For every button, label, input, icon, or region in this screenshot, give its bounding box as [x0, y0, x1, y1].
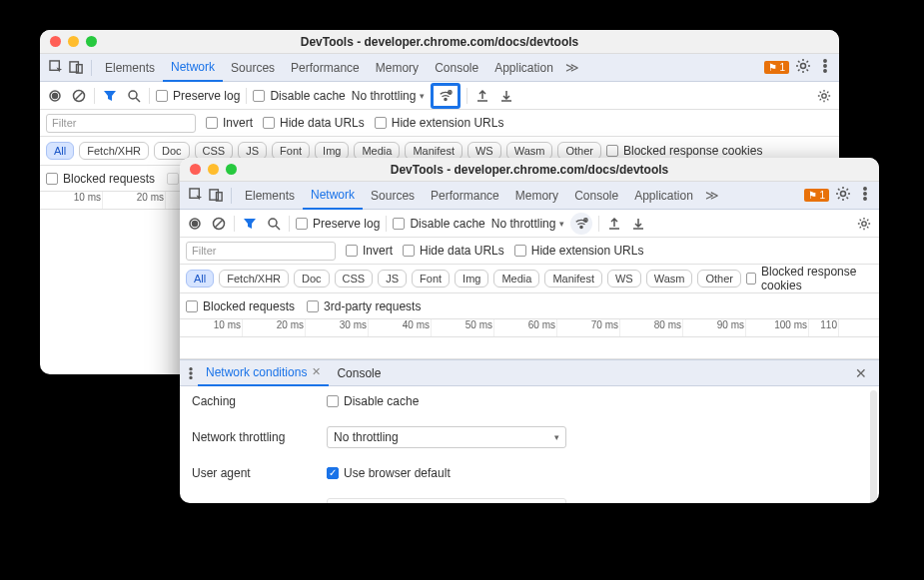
- download-icon[interactable]: [629, 215, 647, 233]
- tab-console[interactable]: Console: [566, 182, 626, 210]
- tab-sources[interactable]: Sources: [223, 54, 283, 82]
- tab-network[interactable]: Network: [303, 182, 363, 210]
- use-browser-default-option[interactable]: Use browser default: [327, 466, 451, 480]
- timeline-tick: 20 ms: [243, 319, 306, 336]
- network-conditions-panel: Caching Disable cache Network throttling…: [180, 386, 879, 503]
- network-conditions-icon[interactable]: [431, 83, 461, 109]
- preserve-log-option[interactable]: Preserve log: [296, 217, 380, 231]
- inspect-icon[interactable]: [46, 60, 66, 75]
- network-toolbar: Preserve log Disable cache No throttling…: [180, 210, 879, 238]
- hide-data-urls-option[interactable]: Hide data URLs: [263, 116, 365, 130]
- tabs-overflow[interactable]: ≫: [561, 60, 583, 75]
- clear-icon[interactable]: [70, 87, 88, 105]
- invert-option[interactable]: Invert: [346, 244, 393, 258]
- disable-cache-option[interactable]: Disable cache: [393, 217, 484, 231]
- chip-css[interactable]: CSS: [335, 270, 374, 288]
- drawer-close-icon[interactable]: ✕: [847, 365, 875, 381]
- chip-fetch-xhr[interactable]: Fetch/XHR: [219, 270, 289, 288]
- chip-ws[interactable]: WS: [607, 270, 641, 288]
- filter-input[interactable]: Filter: [186, 242, 336, 261]
- tab-application[interactable]: Application: [486, 54, 561, 82]
- chip-other[interactable]: Other: [697, 270, 741, 288]
- tab-memory[interactable]: Memory: [507, 182, 566, 210]
- chip-doc[interactable]: Doc: [154, 142, 190, 160]
- svg-point-10: [129, 91, 137, 99]
- blocked-requests-option[interactable]: Blocked requests: [46, 172, 155, 186]
- close-icon[interactable]: ✕: [312, 365, 321, 378]
- panel-tabs: Elements Network Sources Performance Mem…: [40, 54, 839, 82]
- network-conditions-icon[interactable]: [570, 213, 592, 235]
- throttling-select[interactable]: No throttling▾: [352, 89, 426, 103]
- gear-icon[interactable]: [855, 215, 873, 233]
- tab-memory[interactable]: Memory: [368, 54, 427, 82]
- filter-icon[interactable]: [101, 87, 119, 105]
- svg-point-22: [193, 221, 198, 226]
- svg-point-3: [801, 64, 806, 69]
- blocked-cookies-option[interactable]: Blocked response cookies: [606, 144, 762, 158]
- blocked-requests-option[interactable]: Blocked requests: [186, 299, 295, 313]
- throttling-select[interactable]: No throttling▾: [491, 217, 565, 231]
- preserve-log-option[interactable]: Preserve log: [156, 89, 240, 103]
- gear-icon[interactable]: [815, 87, 833, 105]
- upload-icon[interactable]: [473, 87, 491, 105]
- disable-cache-option[interactable]: Disable cache: [327, 394, 419, 408]
- chip-manifest[interactable]: Manifest: [544, 270, 602, 288]
- tab-elements[interactable]: Elements: [237, 182, 303, 210]
- tab-performance[interactable]: Performance: [283, 54, 368, 82]
- device-icon[interactable]: [66, 60, 86, 75]
- clear-icon[interactable]: [210, 215, 228, 233]
- chip-wasm[interactable]: Wasm: [646, 270, 693, 288]
- search-icon[interactable]: [125, 87, 143, 105]
- tab-elements[interactable]: Elements: [97, 54, 163, 82]
- filter-input[interactable]: Filter: [46, 114, 196, 133]
- tabs-overflow[interactable]: ≫: [701, 188, 723, 203]
- kebab-icon[interactable]: [857, 186, 873, 205]
- blocked-cookies-option[interactable]: Blocked response cookies: [746, 265, 873, 292]
- kebab-icon[interactable]: [817, 58, 833, 77]
- download-icon[interactable]: [497, 87, 515, 105]
- svg-point-27: [862, 221, 866, 225]
- gear-icon[interactable]: [795, 58, 811, 77]
- chip-img[interactable]: Img: [455, 270, 488, 288]
- drawer-tab-console[interactable]: Console: [329, 359, 389, 386]
- svg-point-6: [824, 70, 826, 72]
- timeline-tick: 50 ms: [432, 319, 494, 336]
- timeline-tick: 40 ms: [369, 319, 432, 336]
- drawer-tab-network-conditions[interactable]: Network conditions✕: [198, 359, 329, 386]
- svg-point-30: [190, 376, 192, 378]
- tab-sources[interactable]: Sources: [363, 182, 423, 210]
- hide-extension-urls-option[interactable]: Hide extension URLs: [514, 244, 644, 258]
- filter-icon[interactable]: [241, 215, 259, 233]
- chip-fetch-xhr[interactable]: Fetch/XHR: [79, 142, 149, 160]
- inspect-icon[interactable]: [186, 188, 206, 203]
- scrollbar[interactable]: [870, 390, 877, 503]
- user-agent-label: User agent: [192, 466, 327, 480]
- gear-icon[interactable]: [835, 186, 851, 205]
- kebab-icon[interactable]: [184, 364, 198, 382]
- tab-network[interactable]: Network: [163, 54, 223, 82]
- hide-data-urls-option[interactable]: Hide data URLs: [403, 244, 504, 258]
- record-icon[interactable]: [186, 215, 204, 233]
- hide-extension-urls-option[interactable]: Hide extension URLs: [375, 116, 504, 130]
- user-agent-select[interactable]: Chrome — Android Mobile (high-end)▾: [327, 498, 566, 503]
- throttling-select[interactable]: No throttling▾: [327, 426, 566, 448]
- tab-console[interactable]: Console: [427, 54, 486, 82]
- disable-cache-option[interactable]: Disable cache: [253, 89, 345, 103]
- chip-js[interactable]: JS: [378, 270, 407, 288]
- device-icon[interactable]: [206, 188, 226, 203]
- search-icon[interactable]: [265, 215, 283, 233]
- chip-all[interactable]: All: [46, 142, 74, 160]
- chip-doc[interactable]: Doc: [294, 270, 330, 288]
- third-party-option[interactable]: 3rd-party requests: [307, 299, 421, 313]
- chip-font[interactable]: Font: [412, 270, 450, 288]
- tab-application[interactable]: Application: [626, 182, 701, 210]
- issues-badge[interactable]: ⚑1: [764, 61, 789, 74]
- upload-icon[interactable]: [605, 215, 623, 233]
- issues-badge[interactable]: ⚑1: [804, 189, 829, 202]
- svg-point-4: [824, 60, 826, 62]
- tab-performance[interactable]: Performance: [423, 182, 507, 210]
- invert-option[interactable]: Invert: [206, 116, 253, 130]
- record-icon[interactable]: [46, 87, 64, 105]
- chip-all[interactable]: All: [186, 270, 214, 288]
- chip-media[interactable]: Media: [493, 270, 539, 288]
